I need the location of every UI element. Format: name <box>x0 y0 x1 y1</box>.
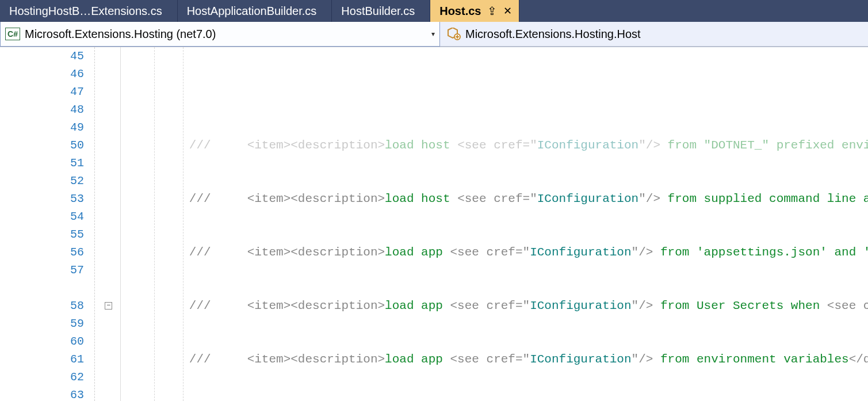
line-number: 58 <box>0 297 84 315</box>
tab-hosting-extensions[interactable]: HostingHostB…Extensions.cs <box>0 0 178 22</box>
line-number-gutter: 45 46 47 48 49 50 51 52 53 54 55 56 57 5… <box>0 47 92 401</box>
tab-label: HostingHostB…Extensions.cs <box>9 5 162 18</box>
navigation-bar: C# Microsoft.Extensions.Hosting (net7.0)… <box>0 22 868 47</box>
nav-type-label: Microsoft.Extensions.Hosting.Host <box>465 28 641 41</box>
tab-label: Host.cs <box>439 5 481 18</box>
code-editor[interactable]: 45 46 47 48 49 50 51 52 53 54 55 56 57 5… <box>0 47 868 401</box>
line-number: 57 <box>0 261 84 279</box>
line-number: 51 <box>0 154 84 172</box>
class-icon <box>446 28 461 40</box>
chevron-down-icon: ▾ <box>431 30 435 38</box>
nav-type-dropdown[interactable]: Microsoft.Extensions.Hosting.Host <box>440 22 868 47</box>
code-surface[interactable]: /// <item><description>load host <see cr… <box>121 47 868 401</box>
line-number: 49 <box>0 119 84 136</box>
line-number: 56 <box>0 243 84 261</box>
csharp-icon: C# <box>5 28 20 40</box>
nav-project-dropdown[interactable]: C# Microsoft.Extensions.Hosting (net7.0)… <box>0 22 440 47</box>
line-number: 45 <box>0 47 84 65</box>
pin-icon[interactable]: ⇪ <box>487 4 497 18</box>
line-number: 53 <box>0 190 84 208</box>
line-number: 48 <box>0 101 84 119</box>
fold-toggle[interactable]: − <box>105 302 112 310</box>
line-number: 61 <box>0 350 84 368</box>
tab-hostapplicationbuilder[interactable]: HostApplicationBuilder.cs <box>178 0 332 22</box>
line-number <box>0 279 84 297</box>
line-number: 60 <box>0 333 84 350</box>
line-number: 52 <box>0 172 84 190</box>
nav-project-label: Microsoft.Extensions.Hosting (net7.0) <box>25 28 216 41</box>
tab-label: HostBuilder.cs <box>341 5 415 18</box>
outlining-margin: − <box>92 47 121 401</box>
line-number: 46 <box>0 65 84 83</box>
tab-label: HostApplicationBuilder.cs <box>187 5 317 18</box>
line-number: 55 <box>0 226 84 243</box>
line-number: 54 <box>0 208 84 226</box>
tab-strip: HostingHostB…Extensions.cs HostApplicati… <box>0 0 868 22</box>
tab-host-active[interactable]: Host.cs ⇪ ✕ <box>430 0 519 22</box>
line-number: 59 <box>0 315 84 333</box>
line-number: 47 <box>0 83 84 101</box>
line-number: 50 <box>0 136 84 154</box>
line-number: 63 <box>0 386 84 401</box>
tab-hostbuilder[interactable]: HostBuilder.cs <box>332 0 430 22</box>
line-number: 62 <box>0 368 84 386</box>
close-icon[interactable]: ✕ <box>503 5 512 17</box>
